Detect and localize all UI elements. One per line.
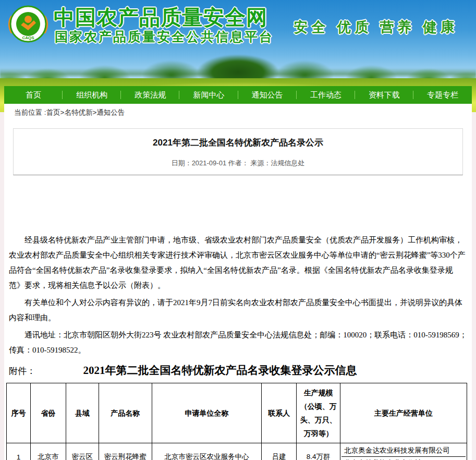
producer-item: 北京京纯养蜂专业合作社: [341, 457, 466, 460]
site-title: 中国农产品质量安全网: [54, 3, 267, 32]
table-cell: 密云荆花蜂蜜: [99, 443, 152, 460]
table-col-header-3: 县域: [66, 383, 99, 443]
site-header: CAQS 中国农产品质量安全网 国家农产品质量安全公共信息平台 安全 优质 营养…: [0, 0, 476, 48]
products-table: 序号省份县域产品名称申请单位全称联系人生产规模（公顷、万头、万只、万羽等）主要生…: [6, 383, 467, 460]
table-cell: 吕建: [262, 443, 297, 460]
breadcrumb: 当前位置 :首页>名特优新>通知公告: [4, 104, 472, 121]
table-col-header-1: 序号: [7, 383, 31, 443]
article-header-box: 2021年第二批全国名特优新农产品名录公示 日期：2021-09-01 作者： …: [13, 128, 463, 175]
producer-item: 北京奥金达农业科技发展有限公司: [341, 444, 466, 457]
attachment-row: 附件： 2021年第二批全国名特优新农产品名录收集登录公示信息: [9, 363, 467, 378]
table-col-header-5: 申请单位全称: [152, 383, 262, 443]
breadcrumb-path[interactable]: 首页>名特优新>通知公告: [46, 108, 125, 116]
main-nav: 首页组织机构政策法规新闻中心通知公告工作动态资料下载专题专栏: [4, 86, 472, 104]
table-col-header-8: 主要生产经营单位: [340, 383, 467, 443]
paragraph: 有关单位和个人对公示内容有异议的，请于2021年9月7日前实名向农业农村部农产品…: [9, 295, 467, 325]
table-cell: 1: [7, 443, 31, 460]
table-cell: 8.4万群: [297, 443, 340, 460]
attachment-label: 附件：: [9, 365, 35, 377]
breadcrumb-label: 当前位置 :: [14, 108, 46, 116]
article-title: 2021年第二批全国名特优新农产品名录公示: [14, 129, 462, 149]
table-header-row: 序号省份县域产品名称申请单位全称联系人生产规模（公顷、万头、万只、万羽等）主要生…: [7, 383, 467, 443]
attachment-title: 2021年第二批全国名特优新农产品名录收集登录公示信息: [35, 363, 405, 378]
page: CAQS 中国农产品质量安全网 国家农产品质量安全公共信息平台 安全 优质 营养…: [0, 0, 476, 460]
table-cell: 北京市: [30, 443, 66, 460]
nav-item-3[interactable]: 政策法规: [121, 86, 179, 104]
producers-cell: 北京奥金达农业科技发展有限公司北京京纯养蜂专业合作社: [340, 443, 467, 460]
paragraph: 经县级名特优新农产品产业主管部门申请，地市级、省级农业农村部门农产品质量安全（优…: [9, 233, 467, 293]
content-panel: 首页组织机构政策法规新闻中心通知公告工作动态资料下载专题专栏 当前位置 :首页>…: [4, 86, 472, 460]
table-row: 1北京市密云区密云荆花蜂蜜北京市密云区农业服务中心吕建8.4万群北京奥金达农业科…: [7, 443, 467, 460]
site-subtitle: 国家农产品质量安全公共信息平台: [55, 28, 274, 45]
nav-item-5[interactable]: 通知公告: [238, 86, 297, 104]
table-col-header-6: 联系人: [262, 383, 297, 443]
nav-item-6[interactable]: 工作动态: [297, 86, 355, 104]
caqs-logo-icon[interactable]: CAQS: [6, 2, 50, 46]
table-col-header-7: 生产规模（公顷、万头、万只、万羽等）: [297, 383, 340, 443]
logo-caqs-text: CAQS: [22, 35, 34, 40]
article-meta: 日期：2021-09-01 作者： 来源：法规信息处: [14, 159, 462, 175]
table-cell: 北京市密云区农业服务中心: [152, 443, 262, 460]
article-body: 经县级名特优新农产品产业主管部门申请，地市级、省级农业农村部门农产品质量安全（优…: [4, 233, 472, 358]
table-col-header-4: 产品名称: [99, 383, 152, 443]
paragraph: 通讯地址：北京市朝阳区朝外大街223号 农业农村部农产品质量安全中心法规信息处；…: [9, 328, 467, 358]
header-slogan: 安全 优质 营养 健康: [294, 18, 458, 37]
nav-item-7[interactable]: 资料下载: [355, 86, 413, 104]
nav-item-4[interactable]: 新闻中心: [179, 86, 238, 104]
table-col-header-2: 省份: [30, 383, 66, 443]
nav-item-1[interactable]: 首页: [4, 86, 63, 104]
nav-item-2[interactable]: 组织机构: [63, 86, 121, 104]
nav-item-8[interactable]: 专题专栏: [413, 86, 472, 104]
table-cell: 密云区: [66, 443, 99, 460]
